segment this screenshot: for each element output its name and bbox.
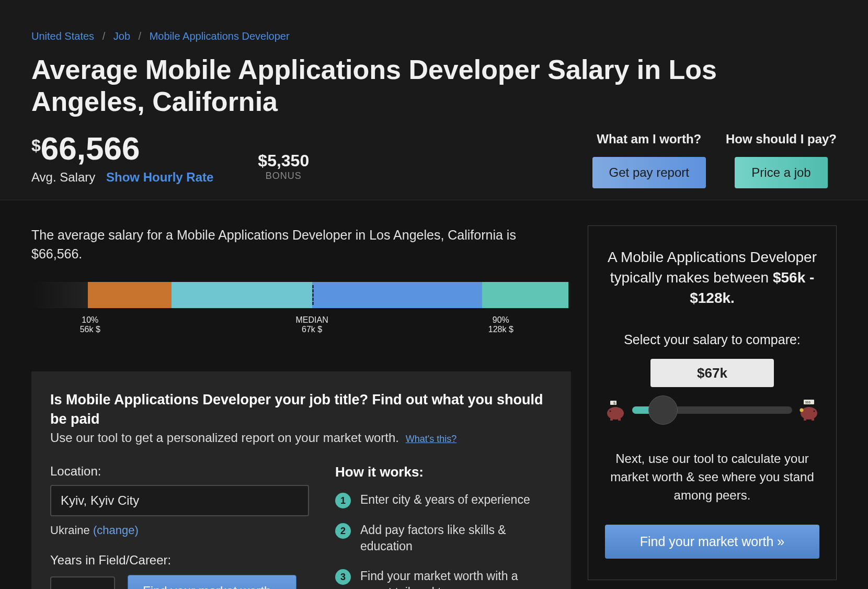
step-number-icon: 1 <box>335 493 351 508</box>
step-number-icon: 3 <box>335 569 351 585</box>
median-label: MEDIAN 67k $ <box>296 315 328 334</box>
how-it-works-title: How it works: <box>335 464 552 480</box>
piggy-bank-low-icon: $ <box>605 400 626 421</box>
whats-this-link[interactable]: What's this? <box>406 434 456 444</box>
salary-compare-sidebar: A Mobile Applications Developer typicall… <box>588 225 837 580</box>
avg-salary-label: Avg. Salary <box>31 170 95 184</box>
tool-subheading: Use our tool to get a personalized repor… <box>50 431 399 445</box>
percentile-segment-low-mid <box>172 282 312 308</box>
tool-heading: Is Mobile Applications Developer your jo… <box>50 390 552 428</box>
years-input[interactable] <box>50 576 115 589</box>
piggy-bank-high-icon: $$$ <box>798 400 819 421</box>
salary-slider[interactable] <box>632 406 792 414</box>
find-market-worth-button[interactable]: Find your market worth » <box>128 575 296 589</box>
get-pay-report-button[interactable]: Get pay report <box>592 157 706 188</box>
svg-rect-10 <box>804 418 806 421</box>
worth-question: What am I worth? <box>592 132 706 146</box>
step-3: 3 Find your market worth with a report t… <box>335 568 552 589</box>
location-input[interactable] <box>50 485 309 516</box>
svg-text:$: $ <box>613 401 615 405</box>
country-text: Ukraine <box>50 524 90 537</box>
average-salary: $66,566 <box>31 130 213 167</box>
step-2: 2 Add pay factors like skills & educatio… <box>335 522 552 554</box>
svg-point-8 <box>801 407 817 420</box>
svg-rect-5 <box>618 418 621 421</box>
show-hourly-link[interactable]: Show Hourly Rate <box>106 170 213 184</box>
breadcrumb-job[interactable]: Mobile Applications Developer <box>150 30 290 42</box>
svg-rect-4 <box>610 418 613 421</box>
summary-text: The average salary for a Mobile Applicat… <box>31 225 544 264</box>
bonus-label: BONUS <box>258 171 309 182</box>
svg-point-2 <box>607 407 624 420</box>
svg-text:$$$: $$$ <box>805 401 811 404</box>
sidebar-headline: A Mobile Applications Developer typicall… <box>605 247 819 309</box>
step-1: 1 Enter city & years of experience <box>335 492 552 508</box>
breadcrumb-section[interactable]: Job <box>113 30 130 42</box>
breadcrumb: United States / Job / Mobile Application… <box>31 30 837 42</box>
sidebar-next-text: Next, use our tool to calculate your mar… <box>605 450 819 504</box>
svg-rect-11 <box>812 418 814 421</box>
page-title: Average Mobile Applications Developer Sa… <box>31 54 753 118</box>
price-a-job-button[interactable]: Price a job <box>735 157 827 188</box>
percentile-segment-low <box>88 282 172 308</box>
years-label: Years in Field/Career: <box>50 553 309 568</box>
p10-label: 10% 56k $ <box>80 315 100 334</box>
bonus-block: $5,350 BONUS <box>258 151 309 185</box>
pay-question: How should I pay? <box>726 132 837 146</box>
percentile-segment-mid-high <box>312 282 482 308</box>
p90-label: 90% 128k $ <box>488 315 513 334</box>
breadcrumb-country[interactable]: United States <box>31 30 94 42</box>
svg-point-9 <box>814 411 815 412</box>
salary-distribution-chart <box>31 282 571 308</box>
slider-thumb[interactable] <box>648 395 678 425</box>
svg-point-12 <box>800 409 804 412</box>
median-marker <box>312 285 314 305</box>
salary-pill: $67k <box>650 359 774 387</box>
select-salary-label: Select your salary to compare: <box>605 332 819 347</box>
sidebar-find-market-worth-button[interactable]: Find your market worth » <box>605 525 819 559</box>
location-label: Location: <box>50 464 309 479</box>
percentile-segment-high <box>482 282 568 308</box>
change-country-link[interactable]: (change) <box>93 524 139 537</box>
step-number-icon: 2 <box>335 523 351 539</box>
bonus-amount: $5,350 <box>258 151 309 171</box>
market-worth-tool: Is Mobile Applications Developer your jo… <box>31 371 571 589</box>
svg-point-3 <box>610 411 611 412</box>
